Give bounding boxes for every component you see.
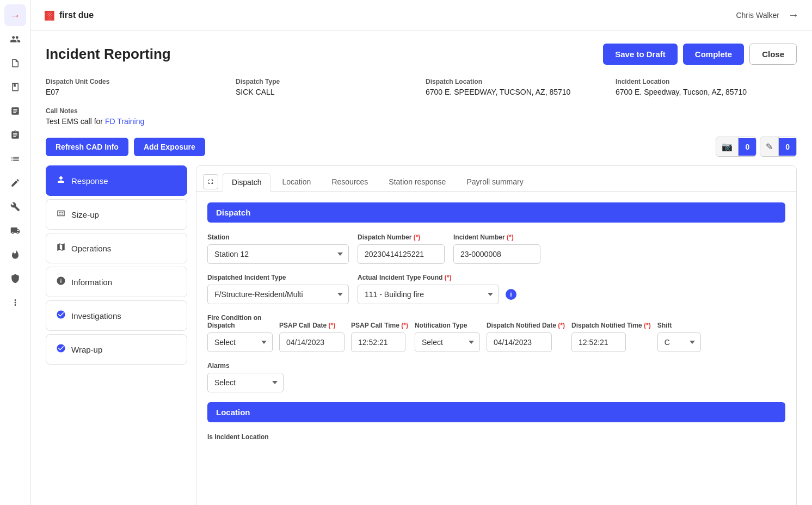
actual-type-group: Actual Incident Type Found (*) 111 - Bui… [358,274,516,304]
actual-type-select[interactable]: 111 - Building fire [358,285,499,304]
nav-item-response[interactable]: Response [46,165,187,196]
location-section-header: Location [207,402,785,422]
logout-icon: → [10,9,21,22]
sidebar-icon-truck[interactable] [4,220,26,242]
station-group: Station Station 12 Station 1 Station 2 [207,233,349,264]
dispatch-notified-date-group: Dispatch Notified Date (*) [487,322,565,352]
document-icon [10,58,20,68]
sidebar-icon-notepad[interactable] [4,172,26,194]
tab-location[interactable]: Location [273,173,320,191]
sidebar-icon-clipboard[interactable] [4,124,26,146]
brand-name: first due [59,10,94,20]
sidebar-icon-more[interactable] [4,292,26,313]
sidebar-icon-badge[interactable] [4,268,26,290]
tab-resources[interactable]: Resources [322,173,377,191]
notification-type-group: Notification Type Select [415,322,480,352]
sidebar-icon-document[interactable] [4,52,26,74]
unit-codes-label: Dispatch Unit Codes [46,78,227,85]
tab-station-response[interactable]: Station response [379,173,455,191]
nav-item-investigations[interactable]: Investigations [46,300,187,331]
photo-counter: 📷 0 [716,137,756,157]
sidebar-icon-tools[interactable] [4,196,26,218]
nav-item-sizeup[interactable]: Size-up [46,199,187,230]
dispatch-number-input[interactable] [358,244,445,264]
dispatch-location: Dispatch Location 6700 E. SPEEDWAY, TUCS… [426,78,607,96]
sidebar-icon-logout[interactable]: → [4,4,26,26]
camera-icon[interactable]: 📷 [716,137,739,156]
edit-count: 0 [779,138,796,156]
logout-button[interactable]: → [788,9,799,21]
investigations-icon [56,310,66,322]
incident-number-input[interactable] [453,244,540,264]
nav-item-operations[interactable]: Operations [46,233,187,263]
nav-label-response: Response [71,176,108,186]
sizeup-icon [56,208,66,220]
station-select[interactable]: Station 12 Station 1 Station 2 [207,244,349,264]
people-icon [10,34,21,45]
fire-condition-select[interactable]: Select [207,332,273,352]
shift-select[interactable]: A B C [657,332,701,352]
sidebar-icon-reports[interactable] [4,100,26,122]
dispatched-type-label: Dispatched Incident Type [207,274,349,281]
alarms-select[interactable]: Select 1 2 3 [207,373,284,392]
psap-time-input[interactable] [351,332,405,352]
row-station: Station Station 12 Station 1 Station 2 D… [207,233,785,264]
call-notes-text: Test EMS call for FD Training [46,117,797,126]
dispatch-section-header: Dispatch [207,202,785,223]
content-area: Incident Reporting Save to Draft Complet… [30,30,812,505]
sidebar-icon-checklist[interactable] [4,148,26,170]
call-notes-label: Call Notes [46,107,797,115]
tab-payroll-summary[interactable]: Payroll summary [457,173,532,191]
row-alarms: Alarms Select 1 2 3 [207,362,785,392]
psap-date-input[interactable] [279,332,345,352]
toolbar-right: 📷 0 ✎ 0 [716,137,797,157]
sidebar-icon-people[interactable] [4,28,26,50]
is-incident-location-label: Is Incident Location [207,433,269,441]
dispatch-type: Dispatch Type SICK CALL [236,78,417,96]
meta-grid: Dispatch Unit Codes E07 Dispatch Type SI… [46,78,797,96]
sidebar-icon-fire[interactable] [4,244,26,266]
dispatch-notified-date-label: Dispatch Notified Date (*) [487,322,565,329]
tab-dispatch[interactable]: Dispatch [223,173,270,192]
header-actions: Save to Draft Complete Close [603,44,797,65]
sidebar-icon-book[interactable] [4,76,26,98]
row-is-incident-location: Is Incident Location [207,433,785,441]
nav-label-sizeup: Size-up [71,210,99,219]
notification-type-select[interactable]: Select [415,332,480,352]
dispatch-unit-codes: Dispatch Unit Codes E07 [46,78,227,96]
reports-icon [10,106,20,116]
badge-icon [10,274,20,284]
alarms-label: Alarms [207,362,284,369]
book-icon [10,82,20,92]
page-header: Incident Reporting Save to Draft Complet… [46,44,797,65]
tools-icon [10,202,20,212]
dispatch-location-label: Dispatch Location [426,78,607,85]
psap-time-group: PSAP Call Time (*) [351,322,408,352]
dispatch-notified-date-input[interactable] [487,332,552,352]
brand: ▩ first due [44,8,94,22]
complete-button[interactable]: Complete [683,44,744,65]
checklist-icon [10,154,20,164]
row-incident-type: Dispatched Incident Type F/Structure-Res… [207,274,785,304]
dispatch-notified-time-input[interactable] [571,332,626,352]
add-exposure-button[interactable]: Add Exposure [134,138,205,156]
nav-item-information[interactable]: Information [46,267,187,297]
expand-button[interactable] [203,174,218,189]
nav-item-wrapup[interactable]: Wrap-up [46,334,187,365]
info-icon[interactable]: i [506,289,516,300]
dispatched-type-select[interactable]: F/Structure-Resident/Multi [207,285,349,304]
save-draft-button[interactable]: Save to Draft [603,44,678,65]
pencil-icon[interactable]: ✎ [760,137,779,156]
user-name: Chris Walker [736,11,779,20]
incident-number-group: Incident Number (*) [453,233,540,264]
sidebar: → [0,0,30,505]
dispatch-notified-time-group: Dispatch Notified Time (*) [571,322,651,352]
is-incident-location-group: Is Incident Location [207,433,269,441]
actual-type-label: Actual Incident Type Found (*) [358,274,516,281]
refresh-cad-button[interactable]: Refresh CAD Info [46,138,128,156]
close-button[interactable]: Close [749,44,797,65]
two-panel: Response Size-up Operations [46,165,797,505]
incident-location-label: Incident Location [616,78,797,85]
notepad-icon [10,178,20,188]
right-panel: Dispatch Location Resources Station resp… [196,165,797,505]
